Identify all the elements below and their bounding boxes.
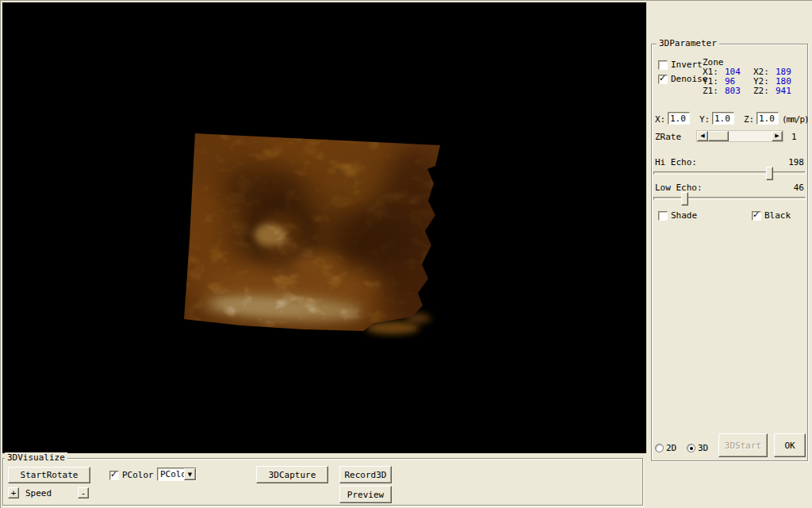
parameter-groupbox-title: 3DParameter [657, 38, 719, 49]
capture-3d-button[interactable]: 3DCapture [256, 466, 328, 483]
zone-z1-label: Z1: [703, 86, 718, 96]
radio-dot-icon [690, 447, 693, 450]
record-3d-button[interactable]: Record3D [339, 466, 392, 483]
scale-y-label: Y: [699, 114, 710, 125]
zrate-scrollbar-thumb[interactable] [708, 131, 729, 141]
visualize-groupbox: 3DVisualize StartRotate + Speed - ✓ PCol… [2, 458, 643, 506]
zone-z2-value: 941 [776, 86, 791, 96]
zrate-right-arrow-icon[interactable]: ▶ [772, 131, 783, 141]
scale-x-label: X: [655, 114, 665, 125]
visualize-bar: 3DVisualize StartRotate + Speed - ✓ PCol… [1, 453, 646, 508]
low-echo-slider-thumb[interactable] [681, 192, 688, 206]
mode-3d-radio[interactable] [687, 444, 695, 452]
low-echo-label: Low Echo: [655, 183, 703, 193]
zrate-value: 1 [791, 132, 797, 142]
ok-button[interactable]: OK [774, 433, 806, 457]
scale-unit-label: (mm/p) [782, 114, 809, 125]
denoise-checkbox[interactable]: ✓ [658, 75, 668, 84]
parameter-panel: 3DParameter Invert ✓ Denoise Zone X1: 10… [646, 1, 812, 508]
invert-checkbox[interactable] [658, 60, 668, 70]
scale-z-label: Z: [744, 114, 754, 125]
pcolor-label: PColor [122, 470, 154, 480]
pcolor-checkbox[interactable]: ✓ [109, 471, 119, 480]
hi-echo-slider[interactable] [653, 171, 806, 175]
3d-ultrasound-render [2, 2, 646, 453]
3d-viewport[interactable] [2, 2, 646, 453]
visualize-groupbox-title: 3DVisualize [5, 452, 67, 464]
app-window: 3DParameter Invert ✓ Denoise Zone X1: 10… [0, 0, 812, 508]
low-echo-slider[interactable] [653, 197, 806, 200]
zone-z2-label: Z2: [753, 86, 769, 96]
preview-button[interactable]: Preview [339, 486, 392, 503]
pcolor-select[interactable]: PColor ▼ [157, 468, 197, 481]
speed-plus-button[interactable]: + [8, 487, 19, 498]
zrate-left-arrow-icon[interactable]: ◀ [697, 131, 708, 141]
zrate-scrollbar[interactable]: ◀ ▶ [696, 130, 783, 142]
check-icon: ✓ [110, 469, 117, 479]
check-icon: ✓ [659, 73, 666, 83]
scale-z-input[interactable] [756, 112, 779, 125]
speed-minus-button[interactable]: - [78, 487, 89, 498]
parameter-groupbox: 3DParameter Invert ✓ Denoise Zone X1: 10… [651, 44, 808, 461]
zone-z1-value: 803 [725, 86, 741, 96]
black-label: Black [764, 210, 791, 221]
scale-x-input[interactable] [668, 112, 690, 125]
black-checkbox[interactable]: ✓ [752, 211, 761, 221]
start-rotate-button[interactable]: StartRotate [8, 467, 90, 483]
shade-checkbox[interactable] [658, 211, 668, 221]
mode-2d-radio[interactable] [655, 444, 664, 452]
hi-echo-label: Hi Echo: [655, 157, 697, 167]
chevron-down-icon[interactable]: ▼ [184, 468, 196, 480]
check-icon: ✓ [753, 210, 760, 220]
low-echo-value: 46 [763, 183, 804, 193]
start-3d-button[interactable]: 3DStart [718, 433, 768, 457]
invert-label: Invert [671, 60, 703, 70]
mode-2d-label: 2D [666, 443, 676, 453]
mode-3d-label: 3D [698, 443, 708, 453]
hi-echo-slider-thumb[interactable] [766, 167, 773, 180]
zrate-label: ZRate [655, 132, 681, 142]
shade-label: Shade [671, 210, 697, 221]
scale-y-input[interactable] [712, 112, 734, 125]
speed-label: Speed [25, 488, 52, 498]
